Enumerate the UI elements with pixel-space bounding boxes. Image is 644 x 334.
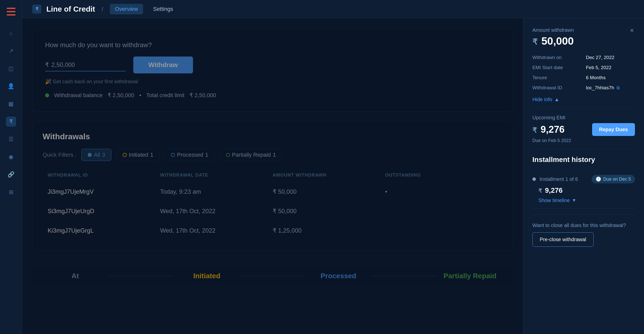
row1-id: Ji3mgJ7UjeMrgV	[48, 188, 160, 195]
hide-info-label: Hide info	[532, 97, 552, 102]
hide-info-button[interactable]: Hide info ▲	[532, 97, 635, 102]
close-button[interactable]: ×	[627, 25, 637, 35]
status-connector-3	[371, 276, 437, 276]
settings-icon[interactable]: ◉	[6, 152, 16, 162]
divider-3	[532, 215, 635, 215]
installment-history-title: Installment history	[532, 156, 635, 164]
nav-logo: ₹	[32, 5, 41, 14]
amount-input-display[interactable]: ₹ 2,50,000	[45, 59, 126, 71]
show-timeline-button[interactable]: Show timeline ▼	[538, 198, 635, 203]
balance-label: Withdrawal balance	[54, 92, 103, 99]
wallet-icon[interactable]: ₹	[6, 117, 16, 127]
filter-initiated[interactable]: Initiated 1	[116, 149, 159, 161]
top-nav: ₹ Line of Credit / Overview Settings	[22, 0, 644, 18]
main-content: ₹ Line of Credit / Overview Settings How…	[22, 0, 644, 334]
page-title: Line of Credit	[46, 5, 95, 13]
col-outstanding: OUTSTANDING	[385, 173, 498, 178]
tab-overview[interactable]: Overview	[110, 4, 143, 14]
status-at: At	[42, 272, 108, 280]
installment-header: Installment 1 of 6 🕐 Due on Dec 5	[532, 175, 635, 183]
table-row[interactable]: Si3mgJ7UjeUrgD Wed, 17th Oct, 2022 ₹ 50,…	[43, 202, 503, 221]
right-panel: × Amount withdrawn ₹ 50,000 Withdrawn on…	[523, 18, 644, 334]
chevron-up-icon: ▲	[554, 97, 559, 102]
withdrawals-title: Withdrawals	[43, 132, 503, 141]
installment-item: Installment 1 of 6 🕐 Due on Dec 5 ₹ 9,27…	[532, 170, 635, 209]
row2-outstanding	[385, 208, 498, 215]
breadcrumb-separator: /	[102, 6, 103, 13]
credit-limit-label: Total credit limit	[146, 92, 184, 99]
filter-initiated-count: 1	[150, 152, 153, 158]
filter-all[interactable]: All 3	[81, 149, 111, 161]
filter-processed-label: Processed	[177, 152, 203, 158]
row2-amount: ₹ 50,000	[273, 208, 385, 215]
pre-close-question: Want to close all dues for this withdraw…	[532, 222, 635, 228]
row1-date: Today, 9:23 am	[160, 188, 273, 195]
amount-label: Amount withdrawn	[532, 27, 635, 33]
withdraw-input-row: ₹ 2,50,000 Withdraw	[45, 57, 500, 73]
amount-section: Amount withdrawn ₹ 50,000	[532, 27, 635, 47]
withdrawal-id-value: loc_7hhias7h ⧉	[586, 85, 635, 91]
status-processed-label: Processed	[320, 272, 356, 280]
withdraw-button[interactable]: Withdraw	[133, 57, 193, 73]
pre-close-section: Want to close all dues for this withdraw…	[532, 222, 635, 247]
withdrawal-id-text: loc_7hhias7h	[586, 85, 614, 91]
emi-row: ₹ 9,276 Repay Dues	[532, 123, 635, 136]
filters-label: Quick Filters :	[43, 152, 76, 158]
status-partially-repaid-label: Partially Repaid	[443, 272, 496, 280]
emi-start-value: Feb 5, 2022	[586, 65, 635, 70]
table-row[interactable]: Ki3mgJ7UjeGrgL Wed, 17th Oct, 2022 ₹ 1,2…	[43, 221, 503, 240]
repay-dues-button[interactable]: Repay Dues	[592, 123, 635, 136]
copy-icon[interactable]: ⧉	[617, 85, 620, 91]
status-initiated-label: Initiated	[193, 272, 220, 280]
list-icon[interactable]: ☰	[6, 134, 16, 144]
row3-date: Wed, 17th Oct, 2022	[160, 227, 273, 234]
calendar-icon[interactable]: ▦	[6, 99, 16, 109]
separator: •	[139, 92, 141, 99]
link-icon[interactable]: 🔗	[6, 170, 16, 180]
filter-partially-repaid-dot	[226, 153, 230, 157]
installment-amount-value: 9,276	[545, 186, 563, 194]
filter-partially-repaid-label: Partially Repaid	[232, 152, 271, 158]
pre-close-button[interactable]: Pre-close withdrawal	[532, 232, 594, 247]
quick-filters: Quick Filters : All 3 Initiated 1 Proces…	[43, 149, 503, 161]
amount-value: 2,50,000	[51, 61, 75, 68]
status-processed: Processed	[306, 272, 371, 280]
installment-currency: ₹	[538, 188, 542, 194]
due-badge-text: Due on Dec 5	[603, 177, 631, 182]
tenure-value: 6 Months	[586, 75, 635, 80]
table-row[interactable]: Ji3mgJ7UjeMrgV Today, 9:23 am ₹ 50,000 •	[43, 182, 503, 202]
emi-currency: ₹	[532, 126, 537, 134]
home-icon[interactable]: ⌂	[6, 28, 16, 38]
content-wrapper: How much do you want to withdraw? ₹ 2,50…	[22, 18, 644, 334]
divider-2	[532, 149, 635, 150]
row3-amount: ₹ 1,25,000	[273, 227, 385, 234]
row1-amount: ₹ 50,000	[273, 188, 385, 195]
credit-limit-value: ₹ 2,50,000	[189, 92, 216, 99]
filter-processed[interactable]: Processed 1	[165, 149, 214, 161]
status-partially-repaid: Partially Repaid	[437, 272, 503, 280]
status-bar: At Initiated Processed Partially Repaid	[32, 266, 513, 286]
row3-id: Ki3mgJ7UjeGrgL	[48, 227, 160, 234]
amount-currency: ₹	[532, 37, 537, 46]
arrow-icon[interactable]: ↗	[6, 46, 16, 56]
status-connector-2	[240, 276, 305, 276]
grid-icon[interactable]: ⊞	[6, 187, 16, 197]
currency-symbol: ₹	[45, 61, 49, 68]
installment-dot	[532, 177, 536, 181]
document-icon[interactable]: ◫	[6, 64, 16, 74]
divider	[532, 108, 635, 109]
status-at-label: At	[72, 272, 79, 280]
row2-id: Si3mgJ7UjeUrgD	[48, 208, 160, 215]
due-date: Due on Feb 5 2022	[532, 138, 635, 143]
amount-display: ₹ 50,000	[532, 35, 635, 47]
due-badge: 🕐 Due on Dec 5	[592, 175, 635, 183]
row2-date: Wed, 17th Oct, 2022	[160, 208, 273, 215]
filter-all-label: All	[94, 152, 100, 158]
amount-number: 50,000	[541, 35, 574, 47]
user-icon[interactable]: 👤	[6, 81, 16, 91]
tenure-label: Tenure	[532, 75, 582, 80]
show-timeline-label: Show timeline	[538, 198, 570, 203]
filter-partially-repaid[interactable]: Partially Repaid 1	[220, 149, 282, 161]
clock-icon: 🕐	[596, 176, 601, 182]
tab-settings[interactable]: Settings	[148, 4, 178, 14]
